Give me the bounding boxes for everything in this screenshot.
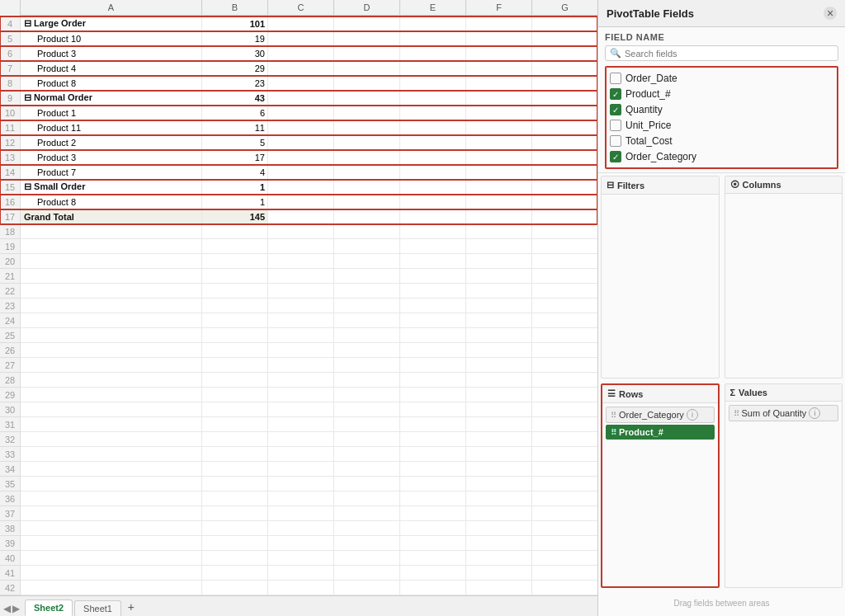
cell[interactable] — [334, 76, 400, 91]
cell[interactable] — [400, 477, 466, 491]
cell[interactable] — [466, 551, 532, 566]
cell[interactable] — [268, 432, 334, 447]
cell[interactable] — [334, 462, 400, 477]
pivot-label-cell[interactable]: ⊟ Large Order — [21, 16, 202, 31]
pivot-qty-cell[interactable]: 6 — [202, 106, 268, 120]
cell[interactable] — [532, 239, 597, 254]
cell[interactable] — [202, 313, 268, 328]
cell[interactable] — [21, 417, 202, 432]
field-checkbox-unit-price[interactable] — [610, 120, 621, 131]
cell[interactable] — [202, 417, 268, 432]
cell[interactable] — [466, 521, 532, 536]
cell[interactable] — [268, 299, 334, 313]
cell[interactable] — [334, 150, 400, 165]
cell[interactable] — [532, 180, 597, 195]
cell[interactable] — [400, 61, 466, 76]
cell[interactable] — [21, 284, 202, 299]
cell[interactable] — [268, 76, 334, 91]
cell[interactable] — [400, 358, 466, 373]
cell[interactable] — [268, 551, 334, 566]
cell[interactable] — [202, 402, 268, 417]
cell[interactable] — [466, 31, 532, 46]
field-checkbox-quantity[interactable] — [610, 104, 621, 115]
cell[interactable] — [532, 551, 597, 566]
cell[interactable] — [532, 566, 597, 581]
cell[interactable] — [21, 566, 202, 581]
pivot-label-cell[interactable]: Product 3 — [21, 46, 202, 61]
pivot-label-cell[interactable]: Product 1 — [21, 106, 202, 120]
cell[interactable] — [532, 477, 597, 491]
cell[interactable] — [532, 432, 597, 447]
cell[interactable] — [400, 388, 466, 402]
cell[interactable] — [466, 447, 532, 462]
cell[interactable] — [400, 150, 466, 165]
cell[interactable] — [532, 462, 597, 477]
cell[interactable] — [268, 358, 334, 373]
cell[interactable] — [466, 165, 532, 180]
cell[interactable] — [400, 313, 466, 328]
panel-close-button[interactable]: × — [824, 7, 837, 20]
cell[interactable] — [466, 358, 532, 373]
cell[interactable] — [532, 284, 597, 299]
cell[interactable] — [334, 106, 400, 120]
cell[interactable] — [466, 328, 532, 343]
cell[interactable] — [268, 180, 334, 195]
cell[interactable] — [334, 165, 400, 180]
cell[interactable] — [268, 254, 334, 269]
cell[interactable] — [532, 536, 597, 551]
field-search-box[interactable]: 🔍 — [605, 45, 838, 61]
cell[interactable] — [334, 373, 400, 388]
cell[interactable] — [268, 31, 334, 46]
rows-body[interactable]: ⠿ Order_Category i ⠿ Product_# — [602, 403, 718, 586]
cell[interactable] — [532, 581, 597, 595]
pivot-qty-cell[interactable]: 4 — [202, 165, 268, 180]
cell[interactable] — [334, 120, 400, 135]
pivot-qty-cell[interactable]: 1 — [202, 195, 268, 209]
cell[interactable] — [400, 328, 466, 343]
pivot-label-cell[interactable]: ⊟ Small Order — [21, 180, 202, 195]
cell[interactable] — [466, 462, 532, 477]
cell[interactable] — [466, 417, 532, 432]
cell[interactable] — [334, 343, 400, 358]
cell[interactable] — [466, 506, 532, 521]
cell[interactable] — [466, 180, 532, 195]
cell[interactable] — [268, 328, 334, 343]
cell[interactable] — [532, 16, 597, 31]
cell[interactable] — [334, 491, 400, 506]
cell[interactable] — [21, 581, 202, 595]
cell[interactable] — [532, 31, 597, 46]
cell[interactable] — [466, 239, 532, 254]
cell[interactable] — [21, 432, 202, 447]
cell[interactable] — [400, 491, 466, 506]
cell[interactable] — [21, 506, 202, 521]
cell[interactable] — [268, 165, 334, 180]
cell[interactable] — [268, 477, 334, 491]
cell[interactable] — [268, 506, 334, 521]
pivot-label-cell[interactable]: Product 8 — [21, 195, 202, 209]
cell[interactable] — [202, 284, 268, 299]
cell[interactable] — [400, 462, 466, 477]
cell[interactable] — [532, 120, 597, 135]
cell[interactable] — [532, 299, 597, 313]
cell[interactable] — [334, 551, 400, 566]
cell[interactable] — [334, 313, 400, 328]
cell[interactable] — [400, 224, 466, 239]
cell[interactable] — [202, 491, 268, 506]
field-checkbox-total-cost[interactable] — [610, 135, 621, 147]
cell[interactable] — [268, 269, 334, 284]
cell[interactable] — [466, 91, 532, 106]
cell[interactable] — [532, 491, 597, 506]
cell[interactable] — [400, 581, 466, 595]
cell[interactable] — [532, 165, 597, 180]
cell[interactable] — [334, 91, 400, 106]
cell[interactable] — [400, 447, 466, 462]
cell[interactable] — [268, 209, 334, 224]
cell[interactable] — [400, 180, 466, 195]
cell[interactable] — [334, 447, 400, 462]
cell[interactable] — [400, 76, 466, 91]
cell[interactable] — [466, 46, 532, 61]
cell[interactable] — [400, 566, 466, 581]
cell[interactable] — [21, 254, 202, 269]
cell[interactable] — [202, 224, 268, 239]
cell[interactable] — [400, 209, 466, 224]
